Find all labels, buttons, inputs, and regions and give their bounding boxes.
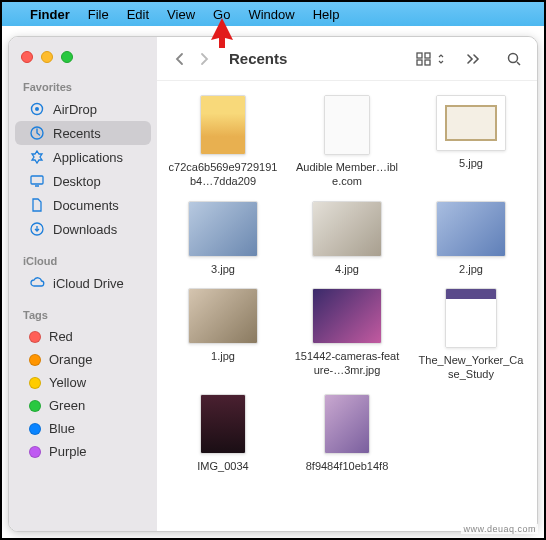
menu-window[interactable]: Window — [248, 7, 294, 22]
svg-point-2 — [35, 107, 39, 111]
menu-file[interactable]: File — [88, 7, 109, 22]
chevron-double-right-icon — [465, 52, 483, 66]
svg-rect-4 — [31, 176, 43, 184]
sidebar-section-tags: Tags Red Orange Yellow Green Blue — [9, 305, 157, 463]
clock-icon — [29, 125, 45, 141]
sidebar-item-recents[interactable]: Recents — [15, 121, 151, 145]
file-item[interactable]: The_New_Yorker_Case_Study — [413, 288, 529, 382]
sidebar-tag-blue[interactable]: Blue — [15, 417, 151, 440]
tag-dot-icon — [29, 446, 41, 458]
sidebar-item-desktop[interactable]: Desktop — [15, 169, 151, 193]
file-label: 151442-cameras-feature-…3mr.jpg — [292, 350, 402, 378]
file-item[interactable]: Audible Member…ible.com — [289, 95, 405, 189]
sidebar-item-label: Desktop — [53, 174, 101, 189]
app-menu[interactable]: Finder — [30, 7, 70, 22]
sidebar-item-documents[interactable]: Documents — [15, 193, 151, 217]
file-item[interactable]: 1.jpg — [165, 288, 281, 382]
file-thumbnail — [324, 95, 370, 155]
file-label: 1.jpg — [211, 350, 235, 364]
cloud-icon — [29, 275, 45, 291]
file-thumbnail — [445, 288, 497, 348]
sidebar-section-icloud: iCloud iCloud Drive — [9, 251, 157, 295]
content-area: Recents c72ca6b569e9729191b4…7dda209Audi… — [157, 37, 537, 531]
sidebar-tag-green[interactable]: Green — [15, 394, 151, 417]
sidebar-item-label: Purple — [49, 444, 87, 459]
tag-dot-icon — [29, 423, 41, 435]
file-label: 3.jpg — [211, 263, 235, 277]
file-thumbnail — [200, 95, 246, 155]
sidebar-item-label: Green — [49, 398, 85, 413]
file-label: Audible Member…ible.com — [292, 161, 402, 189]
file-thumbnail — [188, 201, 258, 257]
file-label: 5.jpg — [459, 157, 483, 171]
file-item[interactable]: 2.jpg — [413, 201, 529, 277]
tag-dot-icon — [29, 377, 41, 389]
sidebar-item-label: Yellow — [49, 375, 86, 390]
forward-button[interactable] — [193, 48, 215, 70]
file-label: The_New_Yorker_Case_Study — [416, 354, 526, 382]
menu-go[interactable]: Go — [213, 7, 230, 22]
sidebar-tag-orange[interactable]: Orange — [15, 348, 151, 371]
window-controls — [9, 45, 157, 77]
menu-edit[interactable]: Edit — [127, 7, 149, 22]
sidebar: Favorites AirDrop Recents Applications D… — [9, 37, 157, 531]
sidebar-item-label: Red — [49, 329, 73, 344]
svg-rect-9 — [425, 60, 430, 65]
watermark: www.deuaq.com — [461, 524, 538, 534]
system-menubar: Finder File Edit View Go Window Help — [2, 2, 544, 26]
menu-help[interactable]: Help — [313, 7, 340, 22]
tag-dot-icon — [29, 354, 41, 366]
sidebar-item-label: Orange — [49, 352, 92, 367]
file-thumbnail — [312, 201, 382, 257]
file-item[interactable]: 4.jpg — [289, 201, 405, 277]
file-label: 2.jpg — [459, 263, 483, 277]
file-thumbnail — [200, 394, 246, 454]
sidebar-item-label: Recents — [53, 126, 101, 141]
file-thumbnail — [436, 201, 506, 257]
file-item[interactable]: 5.jpg — [413, 95, 529, 189]
sidebar-tag-yellow[interactable]: Yellow — [15, 371, 151, 394]
file-thumbnail — [312, 288, 382, 344]
file-item[interactable]: 8f9484f10eb14f8 — [289, 394, 405, 474]
sidebar-section-favorites: Favorites AirDrop Recents Applications D… — [9, 77, 157, 241]
sidebar-item-label: Documents — [53, 198, 119, 213]
sidebar-item-icloud-drive[interactable]: iCloud Drive — [15, 271, 151, 295]
sidebar-tag-red[interactable]: Red — [15, 325, 151, 348]
svg-rect-8 — [417, 60, 422, 65]
tag-dot-icon — [29, 400, 41, 412]
applications-icon — [29, 149, 45, 165]
file-label: 8f9484f10eb14f8 — [306, 460, 389, 474]
sidebar-item-applications[interactable]: Applications — [15, 145, 151, 169]
minimize-button[interactable] — [41, 51, 53, 63]
tag-dot-icon — [29, 331, 41, 343]
file-thumbnail — [324, 394, 370, 454]
search-icon — [506, 51, 522, 67]
svg-rect-6 — [417, 53, 422, 58]
file-item[interactable]: 3.jpg — [165, 201, 281, 277]
file-grid[interactable]: c72ca6b569e9729191b4…7dda209Audible Memb… — [157, 81, 537, 531]
search-button[interactable] — [503, 48, 525, 70]
file-thumbnail — [188, 288, 258, 344]
file-item[interactable]: c72ca6b569e9729191b4…7dda209 — [165, 95, 281, 189]
toolbar: Recents — [157, 37, 537, 81]
back-button[interactable] — [169, 48, 191, 70]
sidebar-tag-purple[interactable]: Purple — [15, 440, 151, 463]
sidebar-item-airdrop[interactable]: AirDrop — [15, 97, 151, 121]
zoom-button[interactable] — [61, 51, 73, 63]
sidebar-item-label: iCloud Drive — [53, 276, 124, 291]
svg-point-10 — [509, 53, 518, 62]
menu-view[interactable]: View — [167, 7, 195, 22]
file-item[interactable]: 151442-cameras-feature-…3mr.jpg — [289, 288, 405, 382]
close-button[interactable] — [21, 51, 33, 63]
file-thumbnail — [436, 95, 506, 151]
documents-icon — [29, 197, 45, 213]
window-title: Recents — [229, 50, 406, 67]
svg-rect-7 — [425, 53, 430, 58]
sidebar-item-downloads[interactable]: Downloads — [15, 217, 151, 241]
more-button[interactable] — [463, 48, 485, 70]
file-item[interactable]: IMG_0034 — [165, 394, 281, 474]
sidebar-item-label: Applications — [53, 150, 123, 165]
grid-icon — [416, 52, 434, 66]
desktop-icon — [29, 173, 45, 189]
view-mode-button[interactable] — [416, 48, 445, 70]
